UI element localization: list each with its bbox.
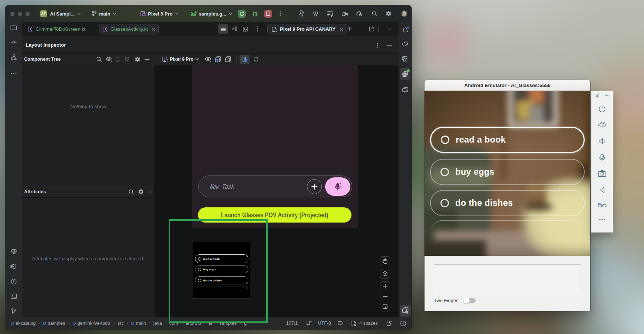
pan-mode-button[interactable] (380, 256, 390, 266)
li-refresh-button[interactable] (253, 56, 259, 62)
indent-size[interactable]: 4 spaces (351, 320, 378, 327)
li-hide-button[interactable] (387, 45, 392, 46)
li-export-snapshot-button[interactable] (225, 56, 232, 63)
breadcrumb-item[interactable]: src (118, 321, 124, 326)
file-encoding[interactable]: UTF-8 (318, 321, 331, 326)
attr-hide-button[interactable] (148, 191, 153, 193)
snapshot-zoom-button[interactable] (402, 307, 409, 315)
gradle-tool-button[interactable] (402, 41, 409, 49)
profiler-button[interactable] (341, 11, 349, 17)
terminal-tool-button[interactable] (10, 293, 17, 301)
li-visibility-button[interactable] (205, 57, 212, 62)
toolbar-close-icon[interactable] (595, 94, 599, 98)
commit-tool-button[interactable] (10, 39, 17, 46)
gemini-chat-tool-button[interactable] (402, 86, 409, 94)
version-control-tool-button[interactable] (11, 308, 17, 315)
editor-options-button[interactable] (257, 26, 258, 32)
tree-hide-button[interactable] (145, 59, 150, 60)
more-tools-button[interactable] (11, 69, 17, 76)
glasses-button[interactable] (591, 202, 613, 208)
zoom-in-button[interactable] (383, 284, 388, 289)
tab-close-button[interactable] (152, 27, 155, 31)
problems-indicator-icon[interactable] (400, 320, 406, 327)
tree-settings-button[interactable] (135, 56, 141, 62)
device-tab-options-button[interactable] (377, 26, 379, 32)
project-widget[interactable]: AI AI Sampl... (40, 10, 81, 17)
toolbar-minimize-icon[interactable] (605, 95, 609, 98)
li-device-selector[interactable]: Pixel 9 Pro (162, 56, 199, 62)
device-tab-close-button[interactable] (340, 27, 343, 31)
device-selector[interactable]: Pixel 9 Pro (140, 11, 179, 17)
rerun-button[interactable] (238, 10, 246, 18)
li-options-button[interactable] (377, 42, 378, 48)
structure-tool-button[interactable] (11, 54, 17, 62)
tree-expand-button[interactable] (116, 56, 120, 62)
zoom-button[interactable] (26, 12, 30, 16)
volume-up-button[interactable] (591, 121, 613, 129)
profiler-tool-button[interactable] (10, 264, 17, 271)
breadcrumb-item[interactable]: samples (43, 321, 65, 326)
li-import-snapshot-button[interactable] (215, 56, 221, 63)
build-run-button[interactable] (297, 10, 305, 17)
tab-running-device[interactable]: Pixel 9 Pro API CANARY (267, 24, 347, 34)
rotate-3d-button[interactable] (380, 269, 390, 279)
emulator-screen[interactable]: read a bookbuy eggsdo the dishes (425, 91, 590, 256)
glasses-todo-pill[interactable]: do the dishes (430, 190, 585, 216)
tab-glassesactivity[interactable]: GlassesActivity.kt (99, 24, 159, 34)
run-more-button[interactable] (280, 11, 281, 17)
traffic-lights[interactable] (10, 12, 30, 16)
close-button[interactable] (10, 12, 14, 16)
ai-actions-button[interactable] (312, 11, 319, 17)
volume-down-button[interactable] (591, 137, 613, 145)
more-button[interactable] (591, 218, 613, 221)
minimize-button[interactable] (18, 12, 22, 16)
notifications-button[interactable] (402, 27, 409, 35)
emulator-text-input[interactable] (434, 264, 581, 292)
readonly-toggle-icon[interactable] (386, 320, 392, 326)
problems-tool-button[interactable] (11, 278, 17, 286)
tree-visibility-button[interactable] (105, 57, 112, 62)
hide-tool-button[interactable] (386, 29, 392, 30)
zoom-out-button[interactable] (383, 296, 388, 297)
view-mode-image-button[interactable] (240, 24, 251, 34)
recent-actions-button[interactable] (327, 11, 333, 17)
gradle-sync-button[interactable] (356, 11, 363, 17)
back-button[interactable] (591, 186, 613, 194)
popout-editor-button[interactable] (369, 26, 374, 32)
voice-input-button[interactable] (325, 177, 350, 196)
settings-button[interactable] (386, 11, 392, 17)
new-tab-button[interactable] (347, 26, 352, 31)
search-everywhere-button[interactable] (371, 11, 377, 17)
user-avatar[interactable] (401, 11, 407, 17)
zoom-fit-button[interactable] (382, 304, 388, 309)
line-separator[interactable]: LF (306, 321, 312, 326)
run-configuration[interactable]: samples.g... (190, 11, 232, 17)
vcs-branch-widget[interactable]: main (91, 11, 116, 17)
indent-config-icon[interactable] (337, 321, 344, 326)
breadcrumb-item[interactable]: java (153, 321, 162, 326)
camera-button[interactable] (591, 170, 613, 177)
glasses-todo-pill[interactable]: buy eggs (430, 159, 585, 185)
breadcrumb-item[interactable]: ai-catalog (11, 321, 36, 326)
live-updates-toggle[interactable] (241, 56, 248, 63)
tree-search-button[interactable] (96, 56, 102, 62)
resource-manager-tool-button[interactable] (10, 249, 17, 256)
attr-search-button[interactable] (128, 189, 134, 195)
project-tool-button[interactable] (10, 24, 17, 32)
power-button[interactable] (591, 104, 613, 113)
layout-inspector-tool-button[interactable] (402, 71, 409, 79)
glasses-todo-pill[interactable]: read a book (430, 127, 585, 153)
breadcrumb-item[interactable]: gemini-live-todo (73, 321, 110, 326)
view-mode-list-button[interactable] (218, 24, 228, 34)
tab-glimmertodoscreen[interactable]: GlimmerToDoScreen.kt (24, 24, 88, 34)
attr-settings-button[interactable] (138, 189, 144, 195)
view-mode-split-button[interactable] (229, 24, 240, 34)
caret-position[interactable]: 107:1 (286, 321, 298, 326)
debug-button[interactable] (252, 11, 258, 17)
microphone-button[interactable] (591, 153, 613, 162)
running-devices-tool-button[interactable] (402, 56, 409, 63)
add-task-button[interactable] (307, 179, 322, 194)
two-finger-toggle[interactable] (463, 297, 476, 304)
tree-collapse-button[interactable] (125, 57, 129, 62)
breadcrumb-item[interactable]: main (131, 321, 146, 326)
